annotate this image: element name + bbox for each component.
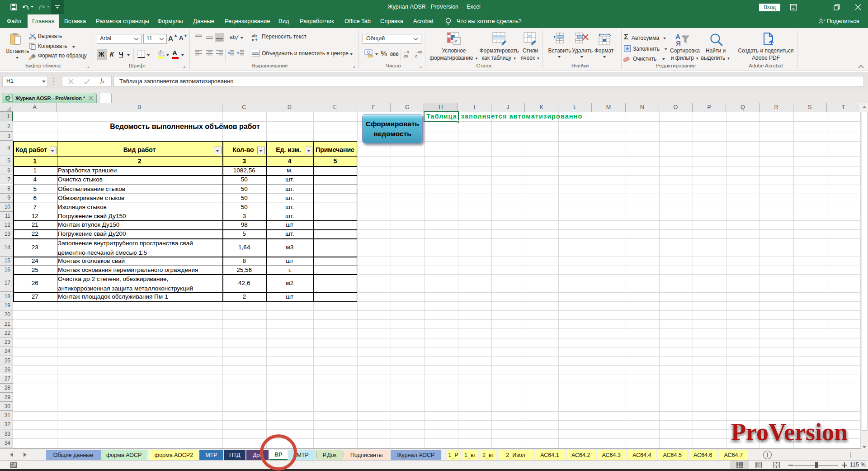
svg-text:ab: ab bbox=[230, 34, 236, 40]
svg-text:Я: Я bbox=[676, 39, 681, 47]
svg-text:≠: ≠ bbox=[454, 38, 457, 44]
svg-text:c: c bbox=[252, 37, 254, 42]
